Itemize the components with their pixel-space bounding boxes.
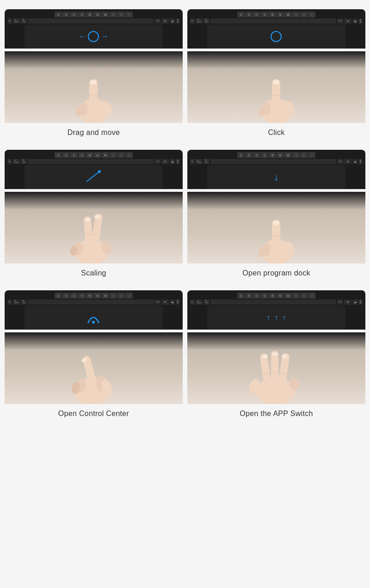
gesture-card-scaling: Z X C V B N M < > / fn altoption ⌘cmd cm… xyxy=(5,150,183,281)
alt-key: altoption xyxy=(13,18,20,24)
control-image: Z X C V B N M < > / fn altoption ⌘cmd cm… xyxy=(5,290,183,404)
svg-point-13 xyxy=(273,80,279,85)
hand-app-switch-icon xyxy=(244,332,309,404)
cmd-key-r: cmd xyxy=(154,18,160,24)
gesture-card-drag: Z X C V B N M < > / fn altoption ⌘cmd cm… xyxy=(5,9,183,141)
gesture-card-control: Z X C V B N M < > / fn altoption ⌘cmd cm… xyxy=(5,290,183,422)
key-b: B xyxy=(86,12,93,18)
nav-up-down: ▲▼ xyxy=(176,18,180,24)
click-label: Click xyxy=(268,129,284,137)
svg-point-25 xyxy=(94,215,100,219)
hand-dock-icon xyxy=(249,194,304,263)
drag-label: Drag and move xyxy=(68,129,120,137)
arrow-down-indicator: ↓ xyxy=(274,172,279,182)
app-switch-image: Z X C V B N M < > / fn altoption ⌘cmd cm… xyxy=(187,290,365,404)
svg-point-15 xyxy=(98,170,101,173)
hand-control-icon xyxy=(64,332,124,404)
scaling-label: Scaling xyxy=(81,269,106,277)
svg-point-6 xyxy=(90,80,97,85)
app-switch-label: Open the APP Switch xyxy=(240,410,313,418)
key-slash: / xyxy=(125,12,133,18)
svg-point-51 xyxy=(272,352,278,356)
gesture-card-dock: Z X C V B N M < > / fn altoption ⌘cmd cm… xyxy=(187,150,365,281)
hand-click-icon xyxy=(249,54,304,123)
scaling-image: Z X C V B N M < > / fn altoption ⌘cmd cm… xyxy=(5,150,183,263)
svg-rect-43 xyxy=(271,351,278,386)
brightness-key: ✦ xyxy=(161,18,169,24)
scaling-indicator xyxy=(82,168,105,186)
hand-drag-icon xyxy=(66,54,122,123)
gesture-card-app-switch: Z X C V B N M < > / fn altoption ⌘cmd cm… xyxy=(187,290,365,422)
cmd-key: ⌘cmd xyxy=(21,18,27,24)
hand-scaling-icon xyxy=(64,194,124,263)
key-z: Z xyxy=(55,12,62,18)
nav-left: ◀ xyxy=(170,18,175,24)
key-c: C xyxy=(70,12,78,18)
svg-point-24 xyxy=(85,218,91,221)
control-label: Open Control Center xyxy=(58,410,129,418)
key-lt: < xyxy=(110,12,117,18)
svg-point-33 xyxy=(92,321,95,324)
triple-arrows-indicator: ↑ xyxy=(266,313,271,322)
key-m: M xyxy=(102,12,109,18)
key-x: X xyxy=(62,12,70,18)
key-gt: > xyxy=(117,12,125,18)
spacebar xyxy=(28,18,154,24)
svg-point-32 xyxy=(273,220,279,225)
key-v: V xyxy=(78,12,86,18)
control-center-indicator xyxy=(84,309,103,326)
dock-image: Z X C V B N M < > / fn altoption ⌘cmd cm… xyxy=(187,150,365,263)
click-image: Z X C V B N M < > / fn altoption ⌘cmd cm… xyxy=(187,9,365,123)
key-n: N xyxy=(94,12,101,18)
gesture-grid: Z X C V B N M < > / fn altoption ⌘cmd cm… xyxy=(5,9,365,422)
svg-line-14 xyxy=(86,172,99,182)
drag-image: Z X C V B N M < > / fn altoption ⌘cmd cm… xyxy=(5,9,183,123)
dock-label: Open program dock xyxy=(242,269,310,277)
fn-key: fn xyxy=(7,18,12,24)
gesture-card-click: Z X C V B N M < > / fn altoption ⌘cmd cm… xyxy=(187,9,365,141)
